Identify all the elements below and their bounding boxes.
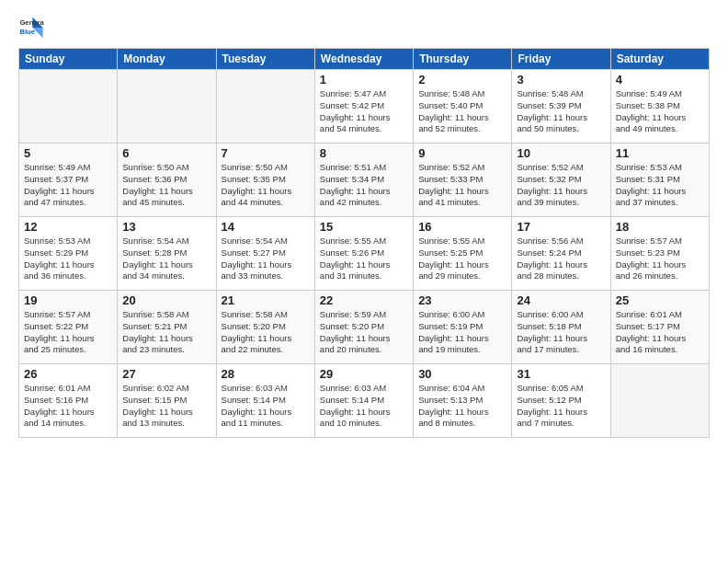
day-number: 12 — [24, 220, 112, 234]
calendar-cell: 8Sunrise: 5:51 AM Sunset: 5:34 PM Daylig… — [314, 144, 413, 217]
calendar-cell: 12Sunrise: 5:53 AM Sunset: 5:29 PM Dayli… — [19, 217, 118, 291]
day-info: Sunrise: 5:51 AM Sunset: 5:34 PM Dayligh… — [320, 162, 408, 209]
day-number: 27 — [122, 367, 210, 381]
day-number: 16 — [418, 220, 506, 234]
day-info: Sunrise: 5:54 AM Sunset: 5:27 PM Dayligh… — [222, 236, 310, 282]
day-info: Sunrise: 5:49 AM Sunset: 5:37 PM Dayligh… — [24, 162, 112, 209]
calendar-cell: 26Sunrise: 6:01 AM Sunset: 5:16 PM Dayli… — [19, 364, 118, 438]
day-info: Sunrise: 5:57 AM Sunset: 5:23 PM Dayligh… — [616, 236, 704, 282]
calendar-cell: 17Sunrise: 5:56 AM Sunset: 5:24 PM Dayli… — [512, 217, 610, 291]
calendar-cell: 25Sunrise: 6:01 AM Sunset: 5:17 PM Dayli… — [610, 291, 709, 364]
day-number: 28 — [222, 367, 310, 381]
day-number: 26 — [24, 367, 112, 381]
calendar-week-2: 5Sunrise: 5:49 AM Sunset: 5:37 PM Daylig… — [19, 144, 710, 217]
day-number: 22 — [320, 293, 408, 307]
day-info: Sunrise: 5:47 AM Sunset: 5:42 PM Dayligh… — [320, 88, 408, 135]
day-info: Sunrise: 5:48 AM Sunset: 5:40 PM Dayligh… — [418, 88, 506, 135]
day-info: Sunrise: 5:55 AM Sunset: 5:25 PM Dayligh… — [418, 236, 506, 282]
calendar-header-monday: Monday — [118, 49, 216, 70]
calendar-week-4: 19Sunrise: 5:57 AM Sunset: 5:22 PM Dayli… — [19, 291, 710, 364]
calendar-cell: 19Sunrise: 5:57 AM Sunset: 5:22 PM Dayli… — [19, 291, 118, 364]
day-number: 31 — [517, 367, 605, 381]
calendar-cell — [610, 364, 709, 438]
day-number: 7 — [222, 146, 310, 160]
day-info: Sunrise: 6:01 AM Sunset: 5:17 PM Dayligh… — [616, 309, 704, 356]
calendar-cell: 18Sunrise: 5:57 AM Sunset: 5:23 PM Dayli… — [610, 217, 709, 291]
day-info: Sunrise: 6:05 AM Sunset: 5:12 PM Dayligh… — [517, 383, 605, 430]
calendar-header-thursday: Thursday — [414, 49, 512, 70]
calendar-header-saturday: Saturday — [610, 49, 709, 70]
day-info: Sunrise: 5:58 AM Sunset: 5:21 PM Dayligh… — [122, 309, 210, 356]
calendar-cell: 27Sunrise: 6:02 AM Sunset: 5:15 PM Dayli… — [118, 364, 216, 438]
calendar-cell: 30Sunrise: 6:04 AM Sunset: 5:13 PM Dayli… — [414, 364, 512, 438]
calendar-cell: 9Sunrise: 5:52 AM Sunset: 5:33 PM Daylig… — [414, 144, 512, 217]
day-number: 8 — [320, 146, 408, 160]
day-number: 18 — [616, 220, 704, 234]
page: General Blue SundayMondayTuesdayWednesda… — [0, 0, 728, 563]
calendar-cell: 29Sunrise: 6:03 AM Sunset: 5:14 PM Dayli… — [314, 364, 413, 438]
day-number: 25 — [616, 293, 704, 307]
day-info: Sunrise: 5:53 AM Sunset: 5:31 PM Dayligh… — [616, 162, 704, 209]
day-info: Sunrise: 5:54 AM Sunset: 5:28 PM Dayligh… — [122, 236, 210, 282]
day-info: Sunrise: 5:57 AM Sunset: 5:22 PM Dayligh… — [24, 309, 112, 356]
day-number: 21 — [222, 293, 310, 307]
calendar-cell: 3Sunrise: 5:48 AM Sunset: 5:39 PM Daylig… — [512, 70, 610, 144]
calendar-cell: 22Sunrise: 5:59 AM Sunset: 5:20 PM Dayli… — [314, 291, 413, 364]
day-number: 5 — [24, 146, 112, 160]
calendar-cell: 24Sunrise: 6:00 AM Sunset: 5:18 PM Dayli… — [512, 291, 610, 364]
day-info: Sunrise: 5:50 AM Sunset: 5:35 PM Dayligh… — [222, 162, 310, 209]
day-number: 15 — [320, 220, 408, 234]
calendar-cell: 7Sunrise: 5:50 AM Sunset: 5:35 PM Daylig… — [216, 144, 314, 217]
day-number: 10 — [517, 146, 605, 160]
day-number: 4 — [616, 73, 704, 86]
calendar-cell: 6Sunrise: 5:50 AM Sunset: 5:36 PM Daylig… — [118, 144, 216, 217]
day-info: Sunrise: 5:56 AM Sunset: 5:24 PM Dayligh… — [517, 236, 605, 282]
day-number: 1 — [320, 73, 408, 86]
calendar-cell: 31Sunrise: 6:05 AM Sunset: 5:12 PM Dayli… — [512, 364, 610, 438]
day-number: 13 — [122, 220, 210, 234]
day-info: Sunrise: 5:59 AM Sunset: 5:20 PM Dayligh… — [320, 309, 408, 356]
day-number: 9 — [418, 146, 506, 160]
svg-text:General: General — [19, 18, 44, 27]
day-info: Sunrise: 6:00 AM Sunset: 5:18 PM Dayligh… — [517, 309, 605, 356]
calendar-cell: 11Sunrise: 5:53 AM Sunset: 5:31 PM Dayli… — [610, 144, 709, 217]
day-info: Sunrise: 5:58 AM Sunset: 5:20 PM Dayligh… — [222, 309, 310, 356]
day-info: Sunrise: 6:02 AM Sunset: 5:15 PM Dayligh… — [122, 383, 210, 430]
calendar-table: SundayMondayTuesdayWednesdayThursdayFrid… — [18, 48, 710, 438]
calendar-cell: 21Sunrise: 5:58 AM Sunset: 5:20 PM Dayli… — [216, 291, 314, 364]
calendar-cell: 5Sunrise: 5:49 AM Sunset: 5:37 PM Daylig… — [19, 144, 118, 217]
day-number: 23 — [418, 293, 506, 307]
calendar-cell: 23Sunrise: 6:00 AM Sunset: 5:19 PM Dayli… — [414, 291, 512, 364]
day-number: 6 — [122, 146, 210, 160]
calendar-week-1: 1Sunrise: 5:47 AM Sunset: 5:42 PM Daylig… — [19, 70, 710, 144]
day-number: 29 — [320, 367, 408, 381]
calendar-cell: 15Sunrise: 5:55 AM Sunset: 5:26 PM Dayli… — [314, 217, 413, 291]
calendar-week-3: 12Sunrise: 5:53 AM Sunset: 5:29 PM Dayli… — [19, 217, 710, 291]
calendar-cell: 14Sunrise: 5:54 AM Sunset: 5:27 PM Dayli… — [216, 217, 314, 291]
calendar-cell: 16Sunrise: 5:55 AM Sunset: 5:25 PM Dayli… — [414, 217, 512, 291]
day-number: 3 — [517, 73, 605, 86]
day-number: 20 — [122, 293, 210, 307]
day-number: 2 — [418, 73, 506, 86]
day-info: Sunrise: 5:49 AM Sunset: 5:38 PM Dayligh… — [616, 88, 704, 135]
day-info: Sunrise: 5:52 AM Sunset: 5:33 PM Dayligh… — [418, 162, 506, 209]
day-info: Sunrise: 6:01 AM Sunset: 5:16 PM Dayligh… — [24, 383, 112, 430]
day-number: 17 — [517, 220, 605, 234]
day-info: Sunrise: 6:03 AM Sunset: 5:14 PM Dayligh… — [320, 383, 408, 430]
calendar-cell: 20Sunrise: 5:58 AM Sunset: 5:21 PM Dayli… — [118, 291, 216, 364]
calendar-cell — [19, 70, 118, 144]
calendar-header-wednesday: Wednesday — [314, 49, 413, 70]
calendar-header-friday: Friday — [512, 49, 610, 70]
calendar-header-row: SundayMondayTuesdayWednesdayThursdayFrid… — [19, 49, 710, 70]
day-number: 19 — [24, 293, 112, 307]
day-number: 14 — [222, 220, 310, 234]
day-info: Sunrise: 6:00 AM Sunset: 5:19 PM Dayligh… — [418, 309, 506, 356]
calendar-cell — [118, 70, 216, 144]
day-number: 30 — [418, 367, 506, 381]
calendar-header-sunday: Sunday — [19, 49, 118, 70]
day-info: Sunrise: 5:53 AM Sunset: 5:29 PM Dayligh… — [24, 236, 112, 282]
day-info: Sunrise: 5:52 AM Sunset: 5:32 PM Dayligh… — [517, 162, 605, 209]
calendar-cell: 28Sunrise: 6:03 AM Sunset: 5:14 PM Dayli… — [216, 364, 314, 438]
day-info: Sunrise: 6:03 AM Sunset: 5:14 PM Dayligh… — [222, 383, 310, 430]
logo: General Blue — [18, 15, 44, 40]
